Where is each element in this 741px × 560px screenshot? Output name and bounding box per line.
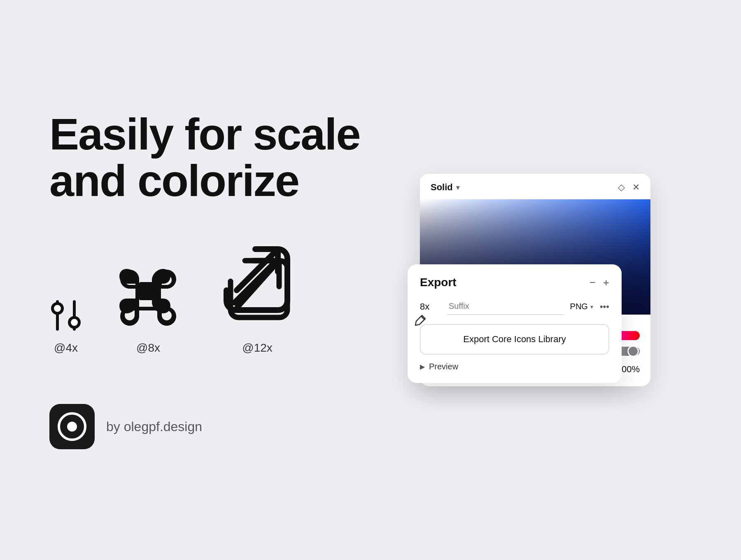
- remove-export-button[interactable]: −: [590, 276, 596, 289]
- icon-item-4x: @4x: [49, 297, 82, 355]
- headline-line1: Easily for scale: [49, 109, 360, 159]
- eyedropper-container: [414, 314, 427, 329]
- color-picker-header: Solid ▾ ◇ ✕: [420, 174, 650, 199]
- export-panel: Export − + 8x PNG ▾ ••• Export Core Icon: [408, 264, 622, 383]
- solid-dropdown[interactable]: Solid ▾: [431, 182, 459, 193]
- arrow-corner-icon: [214, 244, 301, 331]
- opacity-thumb[interactable]: [627, 347, 639, 356]
- icon-label-12x: @12x: [242, 341, 273, 355]
- format-label: PNG: [570, 302, 588, 311]
- export-controls: − +: [590, 276, 609, 289]
- export-row: 8x PNG ▾ •••: [420, 298, 609, 315]
- suffix-input[interactable]: [447, 298, 564, 315]
- scale-label[interactable]: 8x: [420, 301, 440, 312]
- color-mode-label: Solid: [431, 182, 453, 193]
- svg-line-5: [237, 262, 278, 308]
- icon-label-4x: @4x: [54, 341, 78, 355]
- format-dropdown[interactable]: PNG ▾: [570, 302, 593, 311]
- header-icons: ◇ ✕: [618, 182, 640, 193]
- right-section: Solid ▾ ◇ ✕ 🖉: [412, 174, 692, 386]
- eyedropper-icon[interactable]: [414, 314, 427, 327]
- main-container: Easily for scale and colorize @4x: [0, 0, 741, 560]
- headline: Easily for scale and colorize: [49, 111, 412, 204]
- icon-label-8x: @8x: [136, 341, 160, 355]
- sliders-icon: [49, 297, 82, 334]
- brand-row: by olegpf.design: [49, 404, 412, 449]
- icon-item-12x: @12x: [214, 237, 301, 355]
- preview-row[interactable]: ▶ Preview: [420, 362, 609, 371]
- command-icon: [115, 265, 181, 331]
- export-title: Export: [420, 276, 457, 289]
- headline-line2: and colorize: [49, 156, 299, 205]
- chevron-down-icon: ▾: [456, 184, 459, 191]
- panels-wrapper: Solid ▾ ◇ ✕ 🖉: [420, 174, 692, 386]
- more-options-button[interactable]: •••: [600, 301, 609, 312]
- export-header: Export − +: [420, 276, 609, 289]
- brand-logo-inner: [58, 412, 86, 441]
- svg-point-3: [70, 317, 79, 327]
- icons-row: @4x @8x: [49, 237, 412, 355]
- close-icon[interactable]: ✕: [632, 182, 640, 193]
- preview-chevron-icon: ▶: [420, 363, 425, 371]
- format-chevron-icon: ▾: [590, 303, 593, 310]
- add-export-button[interactable]: +: [603, 276, 609, 289]
- brand-text: by olegpf.design: [106, 419, 202, 434]
- export-button[interactable]: Export Core Icons Library: [420, 324, 609, 355]
- svg-point-2: [53, 303, 63, 313]
- brand-logo-dot: [67, 422, 77, 432]
- preview-label: Preview: [429, 362, 458, 371]
- opacity-icon[interactable]: ◇: [618, 182, 625, 193]
- brand-logo: [49, 404, 95, 449]
- left-section: Easily for scale and colorize @4x: [49, 111, 412, 450]
- icon-item-8x: @8x: [115, 257, 181, 355]
